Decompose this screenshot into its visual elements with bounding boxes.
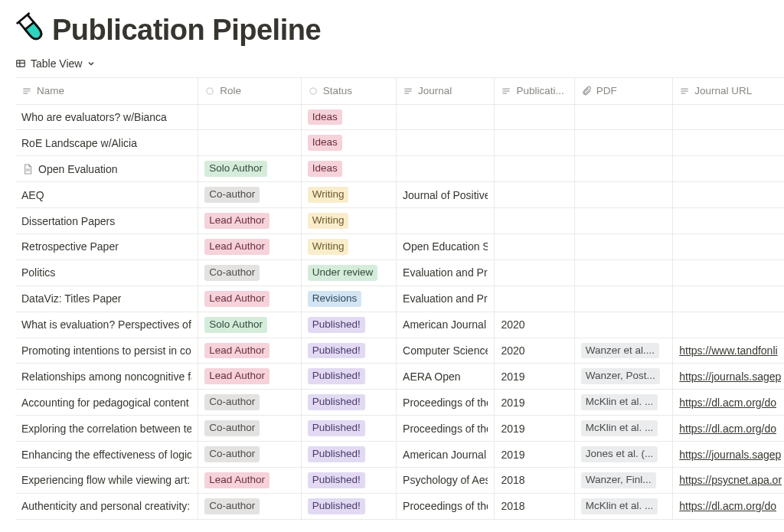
journal-text: AERA Open xyxy=(403,370,461,383)
pdf-attachment[interactable]: Wanzer, Finl... xyxy=(581,472,656,488)
table-row[interactable]: What is evaluation? Perspectives of hSol… xyxy=(15,312,784,338)
journal-url-link[interactable]: https://dl.acm.org/do xyxy=(679,423,776,435)
column-header-name[interactable]: Name xyxy=(15,78,198,104)
pdf-attachment[interactable]: McKlin et al. ... xyxy=(581,420,658,436)
journal-text: Proceedings of the xyxy=(403,397,488,409)
column-header-role[interactable]: Role xyxy=(198,78,301,104)
table-row[interactable]: Retrospective PaperLead AuthorWritingOpe… xyxy=(15,233,784,259)
table-row[interactable]: AEQCo-authorWritingJournal of Positive xyxy=(15,182,784,208)
journal-url-link[interactable]: https://journals.sagep xyxy=(679,370,781,383)
journal-url-link[interactable]: https://psycnet.apa.or xyxy=(679,474,782,486)
table-row[interactable]: Enhancing the effectiveness of logic Co-… xyxy=(15,442,784,468)
status-tag: Ideas xyxy=(308,161,342,177)
role-tag: Lead Author xyxy=(204,239,270,255)
column-header-status[interactable]: Status xyxy=(301,78,396,104)
status-tag: Published! xyxy=(308,498,365,514)
table-row[interactable]: Open EvaluationSolo AuthorIdeas xyxy=(15,156,784,182)
column-header-publication[interactable]: Publicati... xyxy=(495,78,574,104)
status-tag: Published! xyxy=(308,343,365,359)
pdf-attachment[interactable]: Wanzer et al.... xyxy=(581,343,659,359)
publication-year: 2019 xyxy=(501,449,524,461)
page-title: Publication Pipeline xyxy=(52,14,321,47)
pdf-attachment[interactable]: Wanzer, Post... xyxy=(581,368,660,384)
table-row[interactable]: RoE Landscape w/AliciaIdeas xyxy=(15,130,784,156)
journal-url-link[interactable]: https://journals.sagep xyxy=(679,449,781,461)
publication-year: 2019 xyxy=(501,370,524,383)
svg-point-4 xyxy=(207,88,213,94)
role-tag: Co-author xyxy=(204,394,260,410)
journal-url-link[interactable]: https://www.tandfonli xyxy=(679,344,777,357)
table-row[interactable]: DataViz: Titles PaperLead AuthorRevision… xyxy=(15,286,784,312)
row-name: What is evaluation? Perspectives of h xyxy=(21,318,191,331)
text-lines-icon xyxy=(403,86,413,96)
status-tag: Writing xyxy=(308,187,349,203)
status-tag: Published! xyxy=(308,446,365,462)
table-row[interactable]: PoliticsCo-authorUnder reviewEvaluation … xyxy=(15,259,784,286)
row-name: DataViz: Titles Paper xyxy=(21,292,121,305)
status-tag: Ideas xyxy=(308,135,342,151)
select-icon xyxy=(204,86,215,96)
select-icon xyxy=(308,86,318,96)
table-row[interactable]: Promoting intentions to persist in coLea… xyxy=(15,338,784,364)
chevron-down-icon xyxy=(87,59,96,68)
table-row[interactable]: Accounting for pedagogical content Co-au… xyxy=(15,390,784,416)
row-name: RoE Landscape w/Alicia xyxy=(21,137,137,149)
publication-year: 2020 xyxy=(501,318,524,331)
row-name: Relationships among noncognitive fa xyxy=(21,370,191,383)
row-name: Open Evaluation xyxy=(38,163,118,175)
role-tag: Solo Author xyxy=(204,161,267,177)
status-tag: Published! xyxy=(308,394,365,410)
status-tag: Writing xyxy=(308,213,349,229)
role-tag: Lead Author xyxy=(204,472,270,488)
journal-url-link[interactable]: https://dl.acm.org/do xyxy=(679,500,776,512)
column-header-pdf[interactable]: PDF xyxy=(574,78,672,104)
publication-year: 2018 xyxy=(501,500,524,512)
role-tag: Lead Author xyxy=(204,213,270,229)
status-tag: Ideas xyxy=(308,109,342,126)
status-tag: Published! xyxy=(308,317,365,333)
journal-text: Open Education Stu xyxy=(403,240,488,253)
role-tag: Lead Author xyxy=(204,291,270,307)
table-row[interactable]: Who are evaluators? w/BiancaIdeas xyxy=(15,104,784,130)
table-row[interactable]: Dissertation PapersLead AuthorWriting xyxy=(15,208,784,234)
journal-url-link[interactable]: https://dl.acm.org/do xyxy=(679,397,776,409)
svg-point-5 xyxy=(310,88,316,94)
table-row[interactable]: Authenticity and personal creativity: Co… xyxy=(15,493,784,519)
journal-text: American Journal o xyxy=(403,318,488,331)
row-name: Experiencing flow while viewing art: xyxy=(21,474,190,486)
row-name: Accounting for pedagogical content xyxy=(21,397,189,409)
role-tag: Co-author xyxy=(204,265,260,281)
row-name: Retrospective Paper xyxy=(21,240,119,253)
row-name: Enhancing the effectiveness of logic xyxy=(21,449,191,461)
row-name: Authenticity and personal creativity: xyxy=(21,500,190,512)
pdf-attachment[interactable]: McKlin et al. ... xyxy=(581,498,658,514)
pdf-attachment[interactable]: Jones et al. (... xyxy=(581,446,658,462)
table-icon xyxy=(15,58,26,69)
text-icon xyxy=(21,86,32,96)
publication-year: 2019 xyxy=(501,397,524,409)
row-name: Exploring the correlation between te xyxy=(21,423,191,435)
row-name: Who are evaluators? w/Bianca xyxy=(21,111,167,123)
table-row[interactable]: Exploring the correlation between teCo-a… xyxy=(15,416,784,442)
role-tag: Lead Author xyxy=(204,343,270,359)
status-tag: Under review xyxy=(308,265,378,281)
text-lines-icon xyxy=(501,86,511,96)
journal-text: Evaluation and Pro xyxy=(403,266,488,279)
pdf-attachment[interactable]: McKlin et al. ... xyxy=(581,394,658,410)
journal-text: Psychology of Aest xyxy=(403,474,488,486)
column-header-journal[interactable]: Journal xyxy=(397,78,495,104)
role-tag: Co-author xyxy=(204,498,260,514)
status-tag: Revisions xyxy=(308,291,362,307)
journal-text: Evaluation and Pro xyxy=(403,292,488,305)
publication-year: 2018 xyxy=(501,474,524,486)
publication-year: 2019 xyxy=(501,423,524,435)
journal-text: American Journal o xyxy=(403,449,488,461)
column-header-url[interactable]: Journal URL xyxy=(673,78,784,104)
view-selector[interactable]: Table View xyxy=(0,54,111,77)
status-tag: Published! xyxy=(308,420,365,436)
table-row[interactable]: Relationships among noncognitive faLead … xyxy=(15,364,784,390)
row-name: Promoting intentions to persist in co xyxy=(21,344,191,357)
view-label: Table View xyxy=(31,57,82,70)
row-name: Politics xyxy=(21,266,55,279)
table-row[interactable]: Experiencing flow while viewing art: Lea… xyxy=(15,467,784,493)
